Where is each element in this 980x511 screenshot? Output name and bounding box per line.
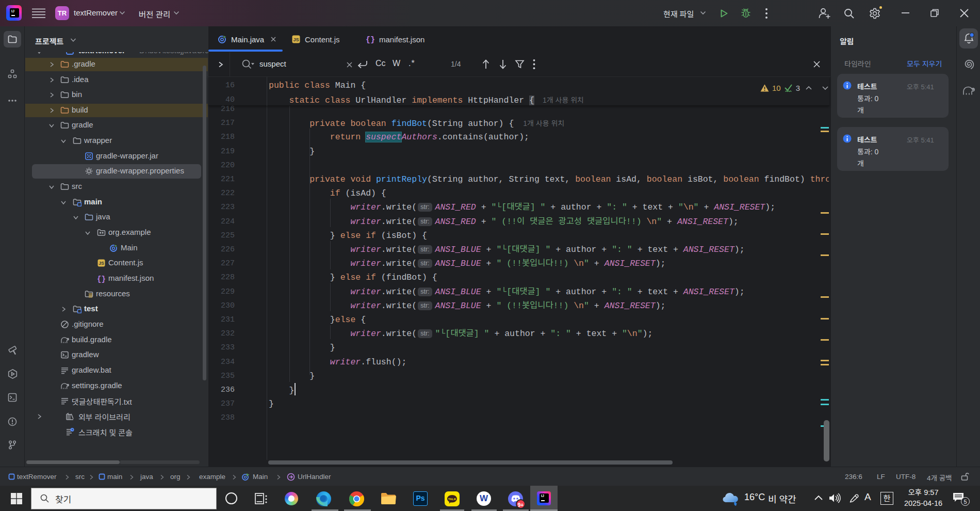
svg-text:JS: JS (99, 261, 104, 266)
svg-text:{}: {} (97, 275, 106, 283)
svg-text:{}: {} (366, 36, 375, 44)
svg-text:JS: JS (293, 37, 299, 42)
svg-text:TALK: TALK (448, 498, 456, 501)
